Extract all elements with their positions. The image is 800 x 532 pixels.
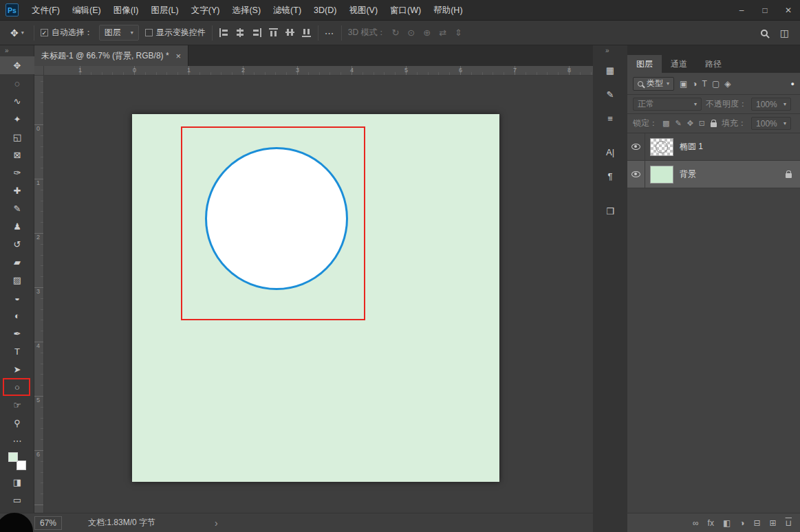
layer-effects-icon[interactable]: fx (708, 518, 714, 528)
zoom-tool[interactable]: ⚲ (0, 414, 34, 432)
move-tool[interactable]: ✥ (0, 56, 34, 74)
pen-tool[interactable]: ✒ (0, 324, 34, 342)
fill-dropdown[interactable]: 100% ▾ (751, 117, 791, 130)
panel-tab-路径[interactable]: 路径 (696, 55, 731, 73)
menu-item-滤镜(T)[interactable]: 滤镜(T) (267, 0, 307, 20)
clone-stamp-tool[interactable]: ♟ (0, 217, 34, 235)
document-tab[interactable]: 未标题-1 @ 66.7% (背景, RGB/8) * × (34, 45, 188, 66)
status-chevron-icon[interactable]: › (215, 518, 218, 529)
type-tool[interactable]: T (0, 342, 34, 360)
layer-row[interactable]: 背景 (627, 161, 800, 188)
align-bottom-icon[interactable] (302, 27, 311, 38)
lock-transparency-icon[interactable]: ▩ (662, 119, 669, 128)
filter-adjustment-layers-icon[interactable]: ◑ (692, 79, 697, 89)
lasso-tool[interactable]: ∿ (0, 92, 34, 110)
horizontal-ruler[interactable]: 1012345678 (44, 66, 593, 76)
menu-item-编辑(E)[interactable]: 编辑(E) (66, 0, 107, 20)
link-layers-icon[interactable]: ∞ (693, 518, 699, 528)
clone-source-panel-icon[interactable]: ≡ (601, 110, 619, 126)
brush-settings-panel-icon[interactable]: ✎ (601, 86, 619, 102)
quick-selection-tool[interactable]: ✦ (0, 110, 34, 128)
lock-all-icon[interactable] (711, 122, 717, 127)
3d-panel-icon[interactable]: ❒ (601, 203, 619, 219)
lock-position-icon[interactable]: ✥ (687, 119, 693, 128)
crop-tool[interactable]: ◱ (0, 128, 34, 146)
visibility-toggle[interactable] (627, 161, 645, 188)
ellipse-tool[interactable]: ○ (0, 378, 34, 396)
auto-select-target-dropdown[interactable]: 图层 ▾ (99, 25, 139, 41)
menu-item-窗口(W)[interactable]: 窗口(W) (384, 0, 427, 20)
layer-group-icon[interactable]: ⊟ (754, 518, 761, 528)
new-layer-icon[interactable]: ⊞ (770, 518, 777, 528)
zoom-level[interactable]: 67% (34, 516, 62, 530)
blur-tool[interactable]: ◒ (0, 289, 34, 307)
panel-tab-图层[interactable]: 图层 (627, 55, 662, 73)
delete-layer-icon[interactable]: ⊔ (786, 518, 792, 528)
background-color-swatch[interactable] (17, 461, 26, 470)
marquee-tool[interactable]: ◌ (0, 74, 34, 92)
show-transform-checkbox[interactable]: 显示变换控件 (145, 27, 206, 38)
filter-pixel-layers-icon[interactable]: ▣ (680, 79, 687, 89)
history-brush-tool[interactable]: ↺ (0, 235, 34, 253)
align-center-icon[interactable] (235, 28, 246, 37)
align-top-icon[interactable] (269, 27, 278, 38)
layer-name[interactable]: 椭圆 1 (680, 141, 703, 153)
blend-mode-dropdown[interactable]: 正常 ▾ (633, 98, 702, 111)
menu-item-图层(L)[interactable]: 图层(L) (144, 0, 184, 20)
search-icon[interactable] (761, 30, 768, 36)
frame-tool[interactable]: ⊠ (0, 146, 34, 164)
filter-smart-objects-icon[interactable]: ◈ (724, 79, 731, 89)
workspace-switcher-icon[interactable]: ◫ (780, 27, 789, 38)
maximize-button[interactable]: □ (753, 0, 777, 21)
adjustment-layer-icon[interactable]: ◑ (739, 518, 744, 528)
layer-name[interactable]: 背景 (680, 168, 696, 180)
menu-item-3D(D)[interactable]: 3D(D) (307, 0, 343, 20)
character-panel-icon[interactable]: A| (601, 144, 619, 160)
layer-thumbnail[interactable] (650, 138, 673, 156)
dodge-tool[interactable]: ◐ (0, 307, 34, 324)
menu-item-帮助(H)[interactable]: 帮助(H) (427, 0, 468, 20)
menu-item-文字(Y)[interactable]: 文字(Y) (185, 0, 226, 20)
panels-collapse-button[interactable]: » (593, 45, 627, 56)
path-selection-tool[interactable]: ➤ (0, 360, 34, 378)
screen-mode-button[interactable]: ▭ (0, 491, 34, 509)
layer-mask-icon[interactable]: ◧ (723, 518, 731, 528)
filter-toggle-icon[interactable]: ● (791, 80, 794, 87)
align-right-icon[interactable] (252, 28, 262, 37)
filter-shape-layers-icon[interactable]: ▢ (712, 79, 720, 89)
brush-tool[interactable]: ✎ (0, 199, 34, 217)
visibility-toggle[interactable] (627, 133, 645, 160)
lock-artboard-icon[interactable]: ⊡ (699, 119, 705, 128)
quick-mask-button[interactable]: ◨ (0, 473, 34, 491)
panel-tab-通道[interactable]: 通道 (662, 55, 696, 73)
paragraph-panel-icon[interactable]: ¶ (601, 168, 619, 184)
menu-item-文件(F)[interactable]: 文件(F) (25, 0, 66, 20)
more-options-button[interactable]: ⋯ (325, 27, 335, 38)
hand-tool[interactable]: ☞ (0, 396, 34, 414)
layer-row[interactable]: 椭圆 1 (627, 133, 800, 161)
canvas-area[interactable] (44, 76, 593, 513)
eraser-tool[interactable]: ▰ (0, 253, 34, 271)
foreground-color-swatch[interactable] (8, 452, 18, 462)
close-tab-icon[interactable]: × (176, 51, 182, 61)
align-left-icon[interactable] (219, 28, 229, 37)
close-button[interactable]: ✕ (777, 0, 800, 21)
align-middle-icon[interactable] (285, 27, 294, 38)
vertical-ruler[interactable]: 0123456 (34, 76, 44, 513)
lock-pixels-icon[interactable]: ✎ (675, 119, 681, 128)
layer-filter-type-dropdown[interactable]: 类型 ▾ (633, 77, 674, 91)
edit-toolbar-button[interactable]: ⋯ (0, 432, 34, 450)
eyedropper-tool[interactable]: ✑ (0, 164, 34, 181)
opacity-dropdown[interactable]: 100% ▾ (751, 98, 791, 111)
menu-item-选择(S)[interactable]: 选择(S) (226, 0, 267, 20)
healing-brush-tool[interactable]: ✚ (0, 181, 34, 199)
menu-item-视图(V)[interactable]: 视图(V) (343, 0, 384, 20)
gradient-tool[interactable]: ▨ (0, 271, 34, 289)
filter-type-layers-icon[interactable]: T (702, 79, 707, 89)
color-panel-icon[interactable]: ▦ (601, 62, 619, 78)
tool-preset-picker[interactable]: ✥ ▾ (7, 25, 28, 41)
menu-item-图像(I)[interactable]: 图像(I) (107, 0, 145, 20)
auto-select-checkbox[interactable]: ✓ 自动选择： (41, 27, 93, 38)
document-canvas[interactable] (132, 114, 499, 482)
toolbar-collapse-button[interactable]: » (0, 45, 34, 56)
